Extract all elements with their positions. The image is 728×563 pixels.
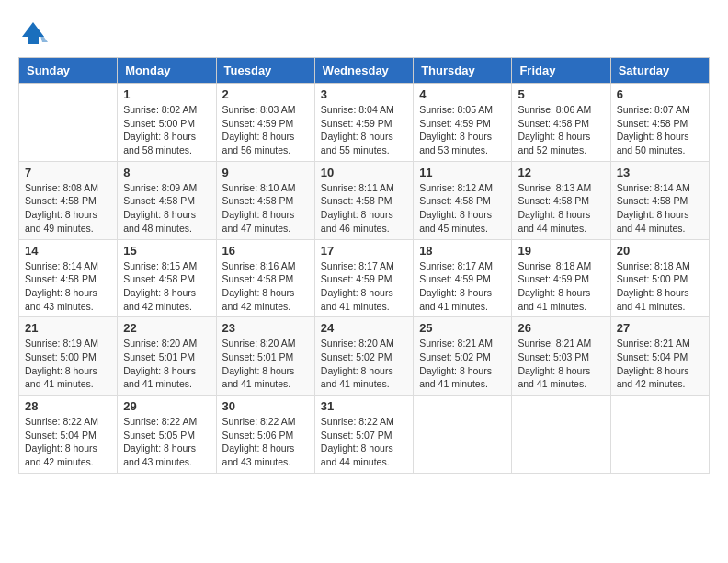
day-info: Sunrise: 8:08 AMSunset: 4:58 PMDaylight:… <box>25 181 111 236</box>
day-info: Sunrise: 8:03 AMSunset: 4:59 PMDaylight:… <box>222 103 309 157</box>
calendar-cell: 28Sunrise: 8:22 AMSunset: 5:04 PMDayligh… <box>19 396 118 474</box>
day-info: Sunrise: 8:20 AMSunset: 5:02 PMDaylight:… <box>321 337 407 391</box>
day-info: Sunrise: 8:22 AMSunset: 5:05 PMDaylight:… <box>123 415 210 469</box>
day-info: Sunrise: 8:02 AMSunset: 5:00 PMDaylight:… <box>123 103 210 157</box>
day-number: 9 <box>222 166 309 179</box>
day-info: Sunrise: 8:17 AMSunset: 4:59 PMDaylight:… <box>321 259 407 314</box>
day-number: 28 <box>25 399 111 413</box>
day-number: 29 <box>123 399 210 413</box>
day-info: Sunrise: 8:20 AMSunset: 5:01 PMDaylight:… <box>123 337 210 391</box>
calendar-week-2: 7Sunrise: 8:08 AMSunset: 4:58 PMDaylight… <box>19 161 710 239</box>
day-info: Sunrise: 8:11 AMSunset: 4:58 PMDaylight:… <box>321 181 407 236</box>
weekday-header-saturday: Saturday <box>610 58 709 84</box>
day-info: Sunrise: 8:09 AMSunset: 4:58 PMDaylight:… <box>123 181 210 236</box>
day-number: 21 <box>25 321 111 335</box>
calendar-cell: 11Sunrise: 8:12 AMSunset: 4:58 PMDayligh… <box>414 161 512 239</box>
day-number: 1 <box>123 87 210 101</box>
logo <box>18 18 51 48</box>
day-info: Sunrise: 8:21 AMSunset: 5:02 PMDaylight:… <box>419 337 506 391</box>
calendar-cell: 20Sunrise: 8:18 AMSunset: 5:00 PMDayligh… <box>610 239 709 317</box>
day-info: Sunrise: 8:22 AMSunset: 5:04 PMDaylight:… <box>25 415 111 469</box>
day-info: Sunrise: 8:22 AMSunset: 5:06 PMDaylight:… <box>222 415 309 469</box>
calendar-cell: 5Sunrise: 8:06 AMSunset: 4:58 PMDaylight… <box>512 84 610 162</box>
day-number: 2 <box>222 87 309 101</box>
calendar-cell: 7Sunrise: 8:08 AMSunset: 4:58 PMDaylight… <box>19 161 118 239</box>
day-info: Sunrise: 8:21 AMSunset: 5:03 PMDaylight:… <box>518 337 604 391</box>
day-number: 17 <box>321 244 407 258</box>
calendar-cell <box>512 396 610 474</box>
weekday-header-sunday: Sunday <box>19 58 118 84</box>
calendar-cell: 24Sunrise: 8:20 AMSunset: 5:02 PMDayligh… <box>314 317 413 396</box>
day-number: 7 <box>25 166 111 179</box>
day-number: 5 <box>518 87 604 101</box>
calendar-cell: 12Sunrise: 8:13 AMSunset: 4:58 PMDayligh… <box>512 161 610 239</box>
calendar-cell <box>19 84 118 162</box>
day-number: 23 <box>222 321 309 335</box>
day-info: Sunrise: 8:20 AMSunset: 5:01 PMDaylight:… <box>222 337 309 391</box>
day-number: 24 <box>321 321 407 335</box>
calendar-cell: 29Sunrise: 8:22 AMSunset: 5:05 PMDayligh… <box>118 396 216 474</box>
calendar-cell: 4Sunrise: 8:05 AMSunset: 4:59 PMDaylight… <box>414 84 512 162</box>
calendar-cell: 23Sunrise: 8:20 AMSunset: 5:01 PMDayligh… <box>216 317 314 396</box>
day-info: Sunrise: 8:17 AMSunset: 4:59 PMDaylight:… <box>419 259 506 314</box>
logo-icon <box>18 18 48 48</box>
calendar-cell: 21Sunrise: 8:19 AMSunset: 5:00 PMDayligh… <box>19 317 118 396</box>
page-header <box>18 18 710 48</box>
calendar-cell: 17Sunrise: 8:17 AMSunset: 4:59 PMDayligh… <box>314 239 413 317</box>
calendar-cell: 19Sunrise: 8:18 AMSunset: 4:59 PMDayligh… <box>512 239 610 317</box>
day-info: Sunrise: 8:19 AMSunset: 5:00 PMDaylight:… <box>25 337 111 391</box>
weekday-header-friday: Friday <box>512 58 610 84</box>
day-number: 8 <box>123 166 210 179</box>
day-number: 26 <box>518 321 604 335</box>
day-number: 10 <box>321 166 407 179</box>
calendar-cell: 6Sunrise: 8:07 AMSunset: 4:58 PMDaylight… <box>610 84 709 162</box>
calendar-cell <box>610 396 709 474</box>
day-number: 31 <box>321 399 407 413</box>
day-number: 14 <box>25 244 111 258</box>
day-info: Sunrise: 8:04 AMSunset: 4:59 PMDaylight:… <box>321 103 407 157</box>
calendar-cell: 14Sunrise: 8:14 AMSunset: 4:58 PMDayligh… <box>19 239 118 317</box>
day-info: Sunrise: 8:15 AMSunset: 4:58 PMDaylight:… <box>123 259 210 314</box>
calendar-week-5: 28Sunrise: 8:22 AMSunset: 5:04 PMDayligh… <box>19 396 710 474</box>
calendar-cell: 31Sunrise: 8:22 AMSunset: 5:07 PMDayligh… <box>314 396 413 474</box>
calendar-week-1: 1Sunrise: 8:02 AMSunset: 5:00 PMDaylight… <box>19 84 710 162</box>
day-number: 12 <box>518 166 604 179</box>
day-info: Sunrise: 8:10 AMSunset: 4:58 PMDaylight:… <box>222 181 309 236</box>
weekday-header-tuesday: Tuesday <box>216 58 314 84</box>
day-info: Sunrise: 8:05 AMSunset: 4:59 PMDaylight:… <box>419 103 506 157</box>
day-info: Sunrise: 8:12 AMSunset: 4:58 PMDaylight:… <box>419 181 506 236</box>
calendar-cell: 3Sunrise: 8:04 AMSunset: 4:59 PMDaylight… <box>314 84 413 162</box>
day-number: 19 <box>518 244 604 258</box>
day-info: Sunrise: 8:14 AMSunset: 4:58 PMDaylight:… <box>25 259 111 314</box>
calendar-week-3: 14Sunrise: 8:14 AMSunset: 4:58 PMDayligh… <box>19 239 710 317</box>
calendar-cell: 30Sunrise: 8:22 AMSunset: 5:06 PMDayligh… <box>216 396 314 474</box>
day-number: 3 <box>321 87 407 101</box>
day-number: 15 <box>123 244 210 258</box>
day-info: Sunrise: 8:18 AMSunset: 4:59 PMDaylight:… <box>518 259 604 314</box>
day-number: 13 <box>617 166 703 179</box>
calendar-cell: 26Sunrise: 8:21 AMSunset: 5:03 PMDayligh… <box>512 317 610 396</box>
day-info: Sunrise: 8:13 AMSunset: 4:58 PMDaylight:… <box>518 181 604 236</box>
calendar-cell <box>414 396 512 474</box>
weekday-header-monday: Monday <box>118 58 216 84</box>
calendar-cell: 8Sunrise: 8:09 AMSunset: 4:58 PMDaylight… <box>118 161 216 239</box>
calendar-cell: 27Sunrise: 8:21 AMSunset: 5:04 PMDayligh… <box>610 317 709 396</box>
day-info: Sunrise: 8:18 AMSunset: 5:00 PMDaylight:… <box>617 259 703 314</box>
weekday-header-thursday: Thursday <box>414 58 512 84</box>
day-number: 27 <box>617 321 703 335</box>
day-info: Sunrise: 8:06 AMSunset: 4:58 PMDaylight:… <box>518 103 604 157</box>
weekday-header-row: SundayMondayTuesdayWednesdayThursdayFrid… <box>19 58 710 84</box>
calendar-week-4: 21Sunrise: 8:19 AMSunset: 5:00 PMDayligh… <box>19 317 710 396</box>
day-number: 22 <box>123 321 210 335</box>
day-info: Sunrise: 8:21 AMSunset: 5:04 PMDaylight:… <box>617 337 703 391</box>
calendar-cell: 25Sunrise: 8:21 AMSunset: 5:02 PMDayligh… <box>414 317 512 396</box>
day-number: 20 <box>617 244 703 258</box>
day-number: 4 <box>419 87 506 101</box>
calendar-cell: 22Sunrise: 8:20 AMSunset: 5:01 PMDayligh… <box>118 317 216 396</box>
calendar-cell: 16Sunrise: 8:16 AMSunset: 4:58 PMDayligh… <box>216 239 314 317</box>
calendar-cell: 13Sunrise: 8:14 AMSunset: 4:58 PMDayligh… <box>610 161 709 239</box>
calendar-cell: 9Sunrise: 8:10 AMSunset: 4:58 PMDaylight… <box>216 161 314 239</box>
day-number: 30 <box>222 399 309 413</box>
day-number: 18 <box>419 244 506 258</box>
weekday-header-wednesday: Wednesday <box>314 58 413 84</box>
